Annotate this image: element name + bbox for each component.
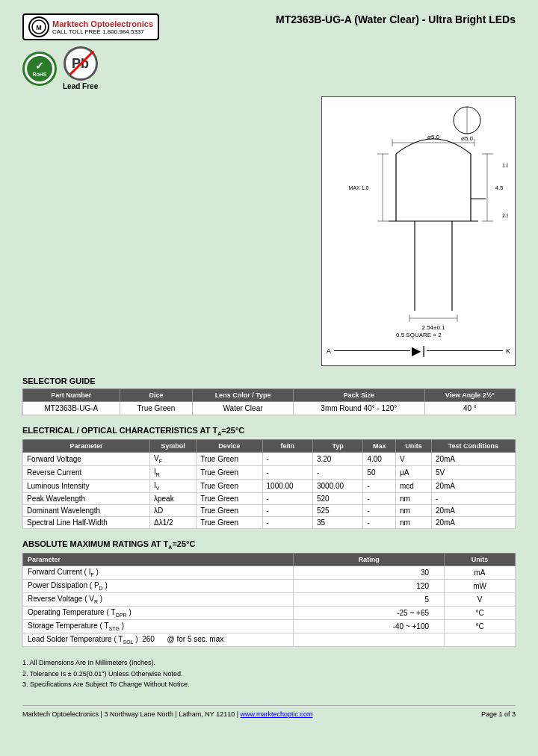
abs-rating-ot: -25 ~ +65 [294,607,445,620]
elec-sym-sw: Δλ1/2 [149,517,196,529]
logo-area: M Marktech Optoelectronics CALL TOLL FRE… [22,13,159,90]
elec-col-param: Parameter [23,440,150,453]
footer-page: Page 1 of 3 [481,710,516,718]
elec-col-units: Units [395,440,431,453]
elec-dev-rc: True Green [197,466,262,480]
logo-box: M Marktech Optoelectronics CALL TOLL FRE… [22,13,159,40]
svg-text:⌀5.0: ⌀5.0 [427,134,440,140]
selector-dice: True Green [120,402,193,415]
elec-dev-sw: True Green [197,517,262,529]
abs-unit-ot: °C [445,607,516,620]
abs-rating-ls [294,633,445,647]
logo-circle: M [28,16,49,37]
elec-param-li: Luminous Intensity [23,480,150,493]
selector-table: Part Number Dice Lens Color / Type Pack … [22,388,516,415]
elec-col-typ: Typ [312,440,362,453]
elec-col-test: Test Conditions [431,440,515,453]
header: M Marktech Optoelectronics CALL TOLL FRE… [22,13,516,90]
elec-sym-li: IV [149,480,196,493]
notes-section: 1. All Dimensions Are In Millimeters (In… [22,657,516,690]
selector-col-2: Dice [120,389,193,402]
diode-symbol-row: A ▶ | K [327,344,510,358]
badges-area: ✓ RoHS Pb Lead Free [22,46,98,90]
elec-param-pw: Peak Wavelength [23,493,150,505]
footer-link[interactable]: www.marktechoptic.com [241,710,313,718]
company-name: Marktech Optoelectronics [52,19,153,28]
rohs-text: RoHS [32,72,46,77]
selector-col-4: Pack Size [293,389,424,402]
abs-row-ls: Lead Solder Temperature ( TSOL ) 260 @ f… [23,633,516,647]
elec-dev-pw: True Green [197,493,262,505]
elec-param-rc: Reverse Current [23,466,150,480]
footer-left: Marktech Optoelectronics | 3 Northway La… [22,710,313,718]
elec-typ-fv: 3.20 [312,453,362,466]
elec-test-fv: 20mA [431,453,515,466]
abs-param-fc: Forward Current ( IF ) [23,566,294,580]
footer: Marktech Optoelectronics | 3 Northway La… [22,705,516,718]
elec-param-fv: Forward Voltage [23,453,150,466]
elec-min-rc: - [262,466,312,480]
abs-unit-ls [445,633,516,647]
svg-text:2.9: 2.9 [502,213,508,218]
note-1: 1. All Dimensions Are In Millimeters (In… [22,657,516,668]
selector-col-5: View Angle 2½° [424,389,515,402]
selector-part-number: MT2363B-UG-A [23,402,120,415]
abs-row-pd: Power Dissipation ( PD ) 120 mW [23,580,516,593]
abs-param-rv: Reverse Voltage ( VR ) [23,593,294,607]
abs-unit-rv: V [445,593,516,607]
elec-col-device: Device [197,440,262,453]
abs-row-fc: Forward Current ( IF ) 30 mA [23,566,516,580]
elec-max-dw: - [363,505,396,517]
abs-rating-rv: 5 [294,593,445,607]
abs-rating-fc: 30 [294,566,445,580]
elec-param-sw: Spectral Line Half-Width [23,517,150,529]
elec-min-li: 1000.00 [262,480,312,493]
electrical-table: Parameter Symbol Device fe/In Typ Max Un… [22,439,516,529]
elec-max-rc: 50 [363,466,396,480]
elec-min-fv: - [262,453,312,466]
elec-test-dw: 20mA [431,505,515,517]
logo-text-block: Marktech Optoelectronics CALL TOLL FREE … [52,19,153,35]
elec-typ-pw: 520 [312,493,362,505]
elec-col-max: Max [363,440,396,453]
elec-row-fv: Forward Voltage VF True Green - 3.20 4.0… [23,453,516,466]
elec-test-sw: 20mA [431,517,515,529]
elec-row-li: Luminous Intensity IV True Green 1000.00… [23,480,516,493]
leadfree-badge: Pb Lead Free [63,46,98,90]
svg-text:MAX 1.0: MAX 1.0 [349,185,369,190]
elec-unit-dw: nm [395,505,431,517]
abs-rating-st: -40 ~ +100 [294,620,445,633]
elec-min-sw: - [262,517,312,529]
selector-guide-title: SELECTOR GUIDE [22,377,516,385]
elec-max-fv: 4.00 [363,453,396,466]
elec-sym-dw: λD [149,505,196,517]
part-title: MT2363B-UG-A (Water Clear) - Ultra Brigh… [276,13,516,25]
electrical-title: ELECTRICAL / OPTICAL CHARACTERISTICS AT … [22,426,516,436]
elec-test-rc: 5V [431,466,515,480]
elec-test-li: 20mA [431,480,515,493]
abs-row-st: Storage Temperature ( TSTG ) -40 ~ +100 … [23,620,516,633]
abs-unit-st: °C [445,620,516,633]
elec-unit-fv: V [395,453,431,466]
elec-dev-fv: True Green [197,453,262,466]
abs-param-ot: Operating Temperature ( TOPR ) [23,607,294,620]
abs-row-ot: Operating Temperature ( TOPR ) -25 ~ +65… [23,607,516,620]
selector-pack: 3mm Round 40° - 120° [293,402,424,415]
svg-text:1.0: 1.0 [502,163,508,168]
elec-dev-dw: True Green [197,505,262,517]
svg-text:M: M [36,24,42,31]
rohs-inner: ✓ RoHS [27,56,52,81]
elec-max-li: - [363,480,396,493]
elec-test-pw: - [431,493,515,505]
elec-dev-li: True Green [197,480,262,493]
selector-col-3: Lens Color / Type [193,389,294,402]
elec-row-pw: Peak Wavelength λpeak True Green - 520 -… [23,493,516,505]
diagram-area: ⌀5.0 ⌀5.0 4.5 [22,96,516,366]
elec-unit-li: mcd [395,480,431,493]
elec-typ-li: 3000.00 [312,480,362,493]
elec-typ-rc: - [312,466,362,480]
elec-row-sw: Spectral Line Half-Width Δλ1/2 True Gree… [23,517,516,529]
abs-col-units: Units [445,554,516,566]
elec-sym-pw: λpeak [149,493,196,505]
selector-row: MT2363B-UG-A True Green Water Clear 3mm … [23,402,516,415]
